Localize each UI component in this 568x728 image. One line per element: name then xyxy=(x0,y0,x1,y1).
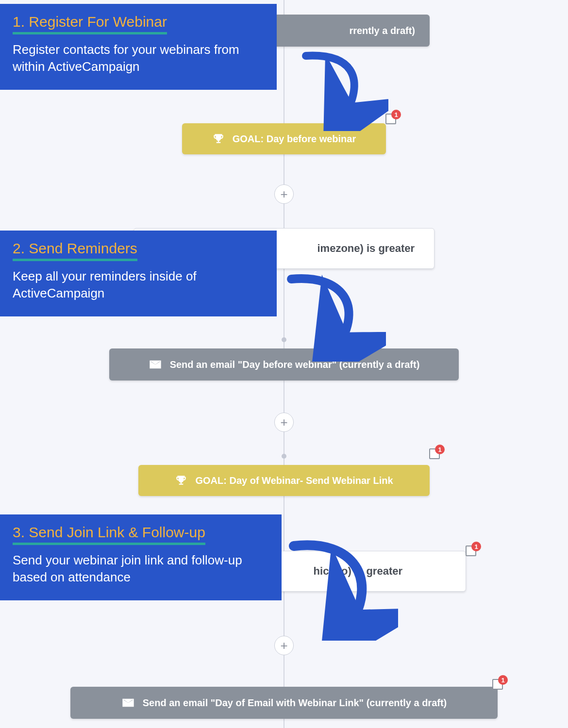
callout-register: 1. Register For Webinar Register contact… xyxy=(0,4,277,90)
condition-node-label: hicago) is greater xyxy=(314,565,402,578)
email-node-join-link[interactable]: Send an email "Day of Email with Webinar… xyxy=(70,687,498,719)
email-node-day-before[interactable]: Send an email "Day before webinar" (curr… xyxy=(109,348,459,381)
goal-node-day-before[interactable]: GOAL: Day before webinar xyxy=(182,123,386,154)
email-node-label: Send an email "Day of Email with Webinar… xyxy=(143,697,447,709)
add-step-button[interactable]: + xyxy=(274,184,294,204)
notes-badge[interactable] xyxy=(490,677,505,692)
callout-body: Register contacts for your webinars from… xyxy=(13,41,264,75)
condition-node-label: imezone) is greater xyxy=(317,242,415,255)
goal-node-day-of[interactable]: GOAL: Day of Webinar- Send Webinar Link xyxy=(138,465,430,496)
email-node-label: Send an email "Day before webinar" (curr… xyxy=(170,359,420,370)
goal-node-label: GOAL: Day before webinar xyxy=(233,133,356,145)
envelope-icon xyxy=(149,358,162,371)
automation-flow: rrently a draft) GOAL: Day before webina… xyxy=(0,0,568,728)
callout-title: 2. Send Reminders xyxy=(13,240,137,261)
flow-dot xyxy=(282,337,286,342)
trophy-icon xyxy=(212,132,225,145)
add-step-button[interactable]: + xyxy=(274,636,294,655)
email-node-label: rrently a draft) xyxy=(349,25,415,36)
trophy-icon xyxy=(175,474,187,487)
callout-joinlink: 3. Send Join Link & Follow-up Send your … xyxy=(0,514,282,600)
add-step-button[interactable]: + xyxy=(274,413,294,432)
callout-title: 3. Send Join Link & Follow-up xyxy=(13,524,205,545)
callout-title: 1. Register For Webinar xyxy=(13,14,167,34)
notes-badge[interactable] xyxy=(427,447,442,461)
goal-node-label: GOAL: Day of Webinar- Send Webinar Link xyxy=(195,475,393,486)
notes-badge[interactable] xyxy=(464,544,478,558)
notes-badge[interactable] xyxy=(384,112,398,126)
callout-reminders: 2. Send Reminders Keep all your reminder… xyxy=(0,231,277,316)
flow-dot xyxy=(282,454,286,459)
callout-body: Send your webinar join link and follow-u… xyxy=(13,552,269,586)
envelope-icon xyxy=(121,696,135,710)
callout-body: Keep all your reminders inside of Active… xyxy=(13,268,264,302)
